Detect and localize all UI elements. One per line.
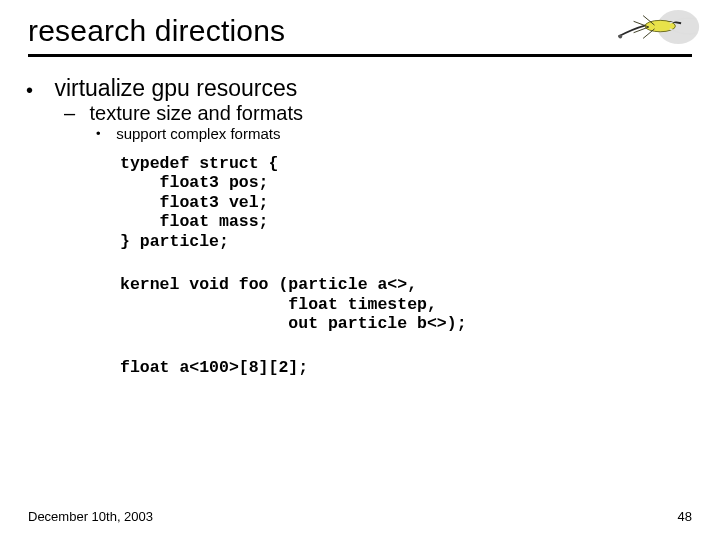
bullet-level3: support complex formats [112, 125, 692, 142]
footer-page-number: 48 [678, 509, 692, 524]
code-block-2: kernel void foo (particle a<>, float tim… [120, 275, 692, 333]
code-block-3: float a<100>[8][2]; [120, 358, 692, 377]
code-block-1: typedef struct { float3 pos; float3 vel;… [120, 154, 692, 251]
bullet3-text: support complex formats [116, 125, 280, 142]
bullet1-text: virtualize gpu resources [54, 75, 297, 101]
fly-lure-logo [607, 6, 702, 48]
bullet-level1: virtualize gpu resources texture size an… [48, 75, 692, 142]
footer-date: December 10th, 2003 [28, 509, 153, 524]
bullet2-text: texture size and formats [90, 102, 303, 124]
svg-point-2 [618, 35, 622, 39]
title-rule [28, 54, 692, 57]
slide-title: research directions [28, 14, 692, 54]
bullet-level2: texture size and formats support complex… [84, 102, 692, 142]
